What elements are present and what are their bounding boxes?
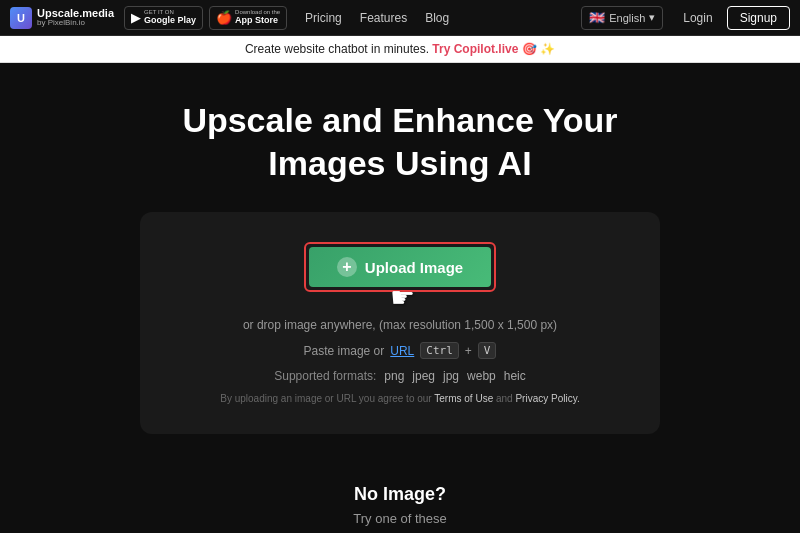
google-play-text: GET IT ON Google Play <box>144 9 196 25</box>
logo-sub: by PixelBin.io <box>37 19 114 28</box>
upload-image-button[interactable]: + Upload Image <box>309 247 491 287</box>
google-play-icon: ▶ <box>131 10 141 25</box>
v-key: V <box>478 342 497 359</box>
no-image-title: No Image? <box>20 484 780 505</box>
logo-text: Upscale.media by PixelBin.io <box>37 7 114 28</box>
language-selector[interactable]: 🇬🇧 English ▾ <box>581 6 663 30</box>
no-image-section: No Image? Try one of these <box>0 454 800 533</box>
format-jpeg: jpeg <box>412 369 435 383</box>
nav-features[interactable]: Features <box>352 7 415 29</box>
chevron-down-icon: ▾ <box>649 11 655 24</box>
format-heic: heic <box>504 369 526 383</box>
flag-icon: 🇬🇧 <box>589 10 605 25</box>
no-image-subtitle: Try one of these <box>20 511 780 526</box>
paste-label: Paste image or <box>304 344 385 358</box>
formats-label: Supported formats: <box>274 369 376 383</box>
apple-icon: 🍎 <box>216 10 232 25</box>
paste-row: Paste image or URL Ctrl + V <box>304 342 497 359</box>
privacy-link[interactable]: Privacy Policy. <box>515 393 579 404</box>
upload-btn-highlight: + Upload Image <box>304 242 496 292</box>
announcement-bar: Create website chatbot in minutes. Try C… <box>0 36 800 63</box>
format-png: png <box>384 369 404 383</box>
signup-button[interactable]: Signup <box>727 6 790 30</box>
format-jpg: jpg <box>443 369 459 383</box>
logo-icon: U <box>10 7 32 29</box>
nav-pricing[interactable]: Pricing <box>297 7 350 29</box>
ctrl-key: Ctrl <box>420 342 459 359</box>
app-store-badge[interactable]: 🍎 Download on the App Store <box>209 6 287 30</box>
nav-auth: Login Signup <box>675 6 790 30</box>
url-link[interactable]: URL <box>390 344 414 358</box>
upload-container: + Upload Image ☛ or drop image anywhere,… <box>140 212 660 434</box>
hero-section: Upscale and Enhance Your Images Using AI… <box>0 63 800 454</box>
nav-links: Pricing Features Blog <box>297 7 457 29</box>
upload-btn-label: Upload Image <box>365 259 463 276</box>
terms-text: By uploading an image or URL you agree t… <box>220 393 579 404</box>
announcement-text: Create website chatbot in minutes. <box>245 42 432 56</box>
terms-link[interactable]: Terms of Use <box>434 393 493 404</box>
navbar: U Upscale.media by PixelBin.io ▶ GET IT … <box>0 0 800 36</box>
nav-blog[interactable]: Blog <box>417 7 457 29</box>
google-play-badge[interactable]: ▶ GET IT ON Google Play <box>124 6 203 30</box>
plus-separator: + <box>465 344 472 358</box>
app-store-text: Download on the App Store <box>235 9 280 25</box>
announcement-link[interactable]: Try Copilot.live <box>432 42 518 56</box>
format-webp: webp <box>467 369 496 383</box>
lang-label: English <box>609 12 645 24</box>
plus-icon: + <box>337 257 357 277</box>
announcement-emojis: 🎯 ✨ <box>522 42 555 56</box>
login-button[interactable]: Login <box>675 7 720 29</box>
logo[interactable]: U Upscale.media by PixelBin.io <box>10 7 114 29</box>
drop-text: or drop image anywhere, (max resolution … <box>243 318 557 332</box>
formats-row: Supported formats: png jpeg jpg webp hei… <box>274 369 526 383</box>
upload-btn-area: + Upload Image ☛ <box>304 242 496 292</box>
hero-title: Upscale and Enhance Your Images Using AI <box>110 99 690 184</box>
